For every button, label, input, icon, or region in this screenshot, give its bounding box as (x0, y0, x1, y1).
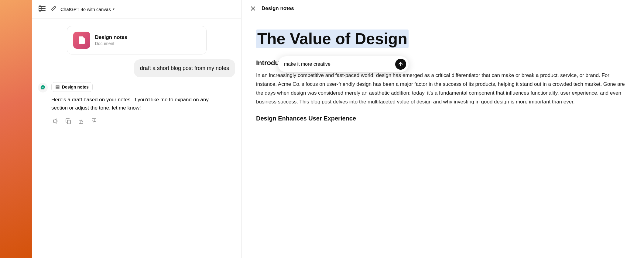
chat-header: ChatGPT 4o with canvas ▾ (32, 0, 241, 19)
inline-edit-input[interactable] (284, 61, 392, 67)
svg-rect-1 (39, 8, 46, 9)
assistant-content: ▤ Design notes Here's a draft based on y… (51, 82, 209, 125)
inline-edit-send-button[interactable] (395, 59, 406, 70)
assistant-message-row: ▤ Design notes Here's a draft based on y… (38, 82, 235, 125)
doc-type: Document (95, 41, 128, 46)
inline-edit-popup (278, 56, 409, 72)
user-message: draft a short blog post from my notes (134, 59, 235, 77)
assistant-actions (51, 117, 209, 125)
doc-chip-label: Design notes (62, 85, 89, 89)
svg-marker-7 (53, 119, 56, 124)
doc-chip[interactable]: ▤ Design notes (51, 82, 93, 92)
chat-messages: Design notes Document draft a short blog… (32, 19, 241, 258)
speak-button[interactable] (51, 117, 60, 125)
chevron-down-icon: ▾ (113, 7, 115, 11)
canvas-doc-title: The Value of Design (256, 30, 409, 48)
sidebar-gradient (0, 0, 32, 258)
assistant-avatar (38, 83, 48, 92)
doc-icon (73, 32, 90, 49)
model-selector[interactable]: ChatGPT 4o with canvas ▾ (60, 7, 115, 12)
sidebar-toggle-icon[interactable] (38, 4, 46, 14)
svg-rect-2 (39, 10, 46, 11)
canvas-title: Design notes (262, 5, 294, 12)
canvas-content[interactable]: The Value of Design Introduction In an i… (242, 17, 644, 258)
svg-rect-0 (39, 6, 46, 7)
doc-info: Design notes Document (95, 34, 128, 46)
chat-panel: ChatGPT 4o with canvas ▾ Design notes Do… (32, 0, 242, 258)
doc-chip-icon: ▤ (55, 84, 60, 90)
canvas-header: Design notes (242, 0, 644, 17)
thumbs-down-button[interactable] (90, 117, 98, 125)
section2-title: Design Enhances User Experience (256, 115, 629, 122)
copy-button[interactable] (64, 117, 73, 125)
assistant-response-text: Here's a draft based on your notes. If y… (51, 96, 209, 112)
canvas-panel: Design notes The Value of Design Introdu… (242, 0, 644, 258)
doc-name: Design notes (95, 34, 128, 40)
new-chat-icon[interactable] (50, 5, 57, 13)
canvas-close-button[interactable] (249, 4, 257, 13)
svg-rect-8 (67, 120, 70, 124)
canvas-paragraph1: In an increasingly competitive and fast-… (256, 71, 629, 106)
thumbs-up-button[interactable] (77, 117, 85, 125)
document-card[interactable]: Design notes Document (67, 26, 207, 54)
